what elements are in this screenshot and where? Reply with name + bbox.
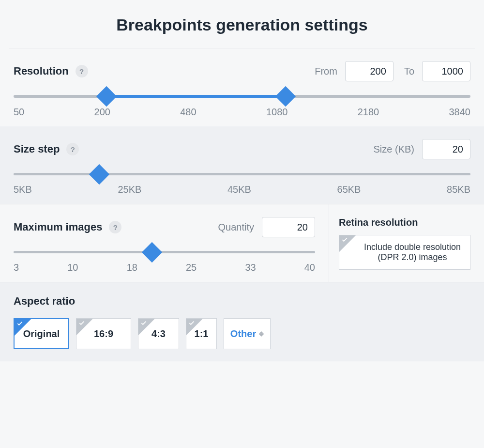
aspect-option-label: Other (230, 328, 256, 340)
tick-label: 50 (14, 107, 24, 118)
tick-label: 25 (186, 262, 197, 273)
check-icon (341, 236, 348, 245)
resolution-slider-track[interactable] (14, 95, 470, 98)
aspect-option-original[interactable]: Original (14, 318, 69, 349)
tick-label: 2180 (358, 107, 379, 118)
resolution-from-label: From (315, 66, 337, 77)
quantity-input[interactable] (262, 217, 315, 237)
resolution-slider-fill (106, 95, 286, 98)
tick-label: 25KB (118, 184, 141, 195)
tick-label: 480 (180, 107, 196, 118)
size-step-slider-handle[interactable] (89, 164, 109, 184)
help-icon[interactable]: ? (66, 143, 79, 155)
size-step-label: Size step (14, 143, 60, 155)
aspect-ratio-section: Aspect ratio Original 16:9 (0, 282, 484, 361)
max-retina-row: Maximum images ? Quantity 3 10 18 25 33 … (0, 204, 484, 282)
size-step-input-label: Size (KB) (374, 144, 414, 155)
maximum-images-section: Maximum images ? Quantity 3 10 18 25 33 … (0, 204, 329, 282)
tick-label: 10 (67, 262, 78, 273)
check-icon (16, 320, 23, 328)
check-icon (140, 320, 147, 328)
resolution-label: Resolution (14, 65, 69, 77)
tick-label: 200 (94, 107, 110, 118)
retina-card-text: Include double resolution (DPR 2.0) imag… (364, 242, 461, 262)
resolution-from-input[interactable] (345, 61, 393, 81)
sort-icon (259, 330, 264, 337)
tick-label: 3 (14, 262, 19, 273)
tick-label: 40 (304, 262, 315, 273)
tick-label: 65KB (337, 184, 361, 195)
retina-card[interactable]: Include double resolution (DPR 2.0) imag… (339, 235, 470, 270)
resolution-to-label: To (404, 66, 414, 77)
resolution-slider-handle-to[interactable] (275, 86, 295, 107)
help-icon[interactable]: ? (109, 221, 121, 233)
check-icon (78, 320, 85, 328)
tick-label: 33 (245, 262, 256, 273)
retina-label: Retina resolution (339, 217, 470, 228)
aspect-option-label: 16:9 (94, 328, 113, 340)
tick-label: 1080 (266, 107, 288, 118)
aspect-option-other[interactable]: Other (224, 318, 271, 349)
size-step-input[interactable] (422, 139, 470, 159)
maximum-images-label: Maximum images (14, 221, 102, 233)
aspect-option-4-3[interactable]: 4:3 (138, 318, 179, 349)
tick-label: 85KB (447, 184, 470, 195)
aspect-option-16-9[interactable]: 16:9 (76, 318, 131, 349)
aspect-option-1-1[interactable]: 1:1 (186, 318, 217, 349)
size-step-slider-track[interactable] (14, 173, 470, 175)
retina-section: Retina resolution Include double resolut… (329, 204, 484, 282)
aspect-ratio-label: Aspect ratio (14, 295, 470, 308)
resolution-slider-handle-from[interactable] (96, 86, 116, 107)
size-step-section: Size step ? Size (KB) 5KB 25KB 45KB 65KB… (0, 126, 484, 204)
quantity-label: Quantity (218, 222, 254, 233)
tick-label: 45KB (227, 184, 251, 195)
resolution-to-input[interactable] (422, 61, 470, 81)
max-images-slider-handle[interactable] (142, 242, 162, 262)
help-icon[interactable]: ? (76, 65, 88, 77)
tick-label: 5KB (14, 184, 32, 195)
max-images-slider-track[interactable] (14, 251, 315, 253)
resolution-section: Resolution ? From To 50 200 480 1080 218… (0, 48, 484, 126)
page-title: Breakpoints generation settings (0, 15, 484, 34)
check-icon (188, 320, 195, 328)
tick-label: 3840 (449, 107, 470, 118)
tick-label: 18 (127, 262, 137, 273)
